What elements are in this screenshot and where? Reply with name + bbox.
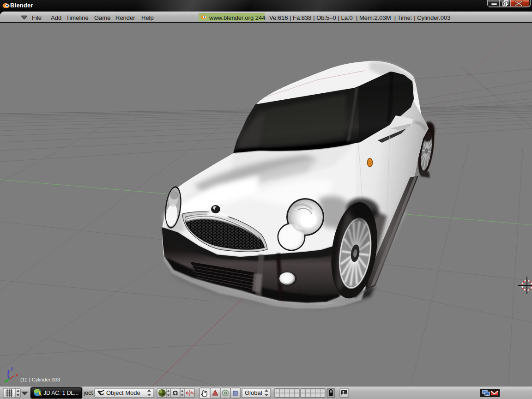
svg-text:Ω: Ω [173,389,178,397]
svg-text:JD AC: 1 DL...: JD AC: 1 DL... [43,390,79,396]
svg-text:x: x [16,373,18,377]
svg-text:ject: ject [83,389,93,396]
svg-text:Object Mode: Object Mode [106,389,140,396]
svg-text:Z: Z [11,367,13,371]
svg-text:Global: Global [245,389,262,396]
